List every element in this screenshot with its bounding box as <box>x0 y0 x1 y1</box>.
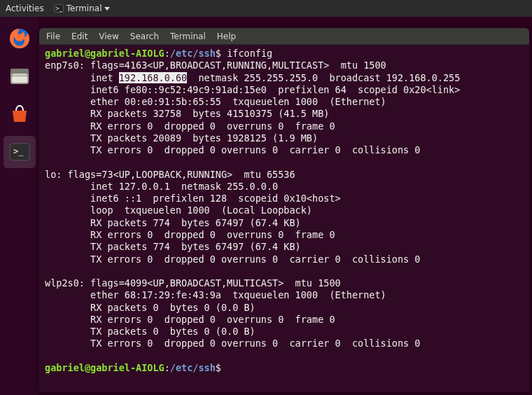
terminal-icon: >_ <box>54 4 64 13</box>
prompt-userhost: gabriel@gabriel-AIOLG <box>45 362 164 373</box>
blank-line <box>45 265 524 277</box>
output-line: TX packets 20089 bytes 1928125 (1.9 MB) <box>45 132 524 144</box>
menu-help[interactable]: Help <box>217 32 236 41</box>
prompt-colon: : <box>164 362 170 373</box>
menu-edit[interactable]: Edit <box>71 32 88 41</box>
output-line: TX packets 774 bytes 67497 (67.4 KB) <box>45 241 524 253</box>
output-line: wlp2s0: flags=4099<UP,BROADCAST,MULTICAS… <box>45 277 524 289</box>
prompt-path: /etc/ssh <box>170 48 216 59</box>
launcher-files[interactable] <box>4 60 36 92</box>
app-menu-label: Terminal <box>66 4 102 13</box>
output-line: loop txqueuelen 1000 (Local Loopback) <box>45 205 524 216</box>
svg-rect-2 <box>10 69 29 74</box>
svg-text:>_: >_ <box>13 146 24 156</box>
activities-button[interactable]: Activities <box>6 4 44 13</box>
output-line: ether 68:17:29:fe:43:9a txqueuelen 1000 … <box>45 289 524 301</box>
selected-ip: 192.168.0.60 <box>119 72 188 83</box>
terminal-output[interactable]: gabriel@gabriel-AIOLG:/etc/ssh$ ifconfig… <box>39 45 529 392</box>
output-line: RX errors 0 dropped 0 overruns 0 frame 0 <box>45 120 524 132</box>
terminal-menubar: File Edit View Search Terminal Help <box>39 28 529 45</box>
output-line: TX errors 0 dropped 0 overruns 0 carrier… <box>45 254 524 265</box>
chevron-down-icon <box>104 7 110 11</box>
menu-search[interactable]: Search <box>130 32 159 41</box>
shopping-bag-icon <box>8 102 31 126</box>
blank-line <box>45 156 524 168</box>
output-line: inet6 ::1 prefixlen 128 scopeid 0x10<hos… <box>45 193 524 205</box>
output-line: lo: flags=73<UP,LOOPBACK,RUNNING> mtu 65… <box>45 169 524 181</box>
menu-terminal[interactable]: Terminal <box>170 32 206 41</box>
output-line: inet 127.0.0.1 netmask 255.0.0.0 <box>45 181 524 193</box>
files-icon <box>8 64 31 88</box>
prompt-dollar: $ <box>216 48 221 59</box>
prompt-userhost: gabriel@gabriel-AIOLG <box>45 48 164 59</box>
app-menu[interactable]: >_ Terminal <box>54 4 111 13</box>
output-line: RX packets 0 bytes 0 (0.0 B) <box>45 302 524 314</box>
output-line: TX errors 0 dropped 0 overruns 0 carrier… <box>45 338 524 349</box>
output-line: TX errors 0 dropped 0 overruns 0 carrier… <box>45 144 524 156</box>
output-line: TX packets 0 bytes 0 (0.0 B) <box>45 326 524 338</box>
output-line: ether 00:e0:91:5b:65:55 txqueuelen 1000 … <box>45 96 524 108</box>
blank-line <box>45 350 524 362</box>
output-line: RX packets 774 bytes 67497 (67.4 KB) <box>45 217 524 229</box>
prompt-colon: : <box>164 48 170 59</box>
svg-rect-4 <box>12 76 27 83</box>
launcher-software[interactable] <box>4 98 36 130</box>
terminal-icon: >_ <box>8 140 31 164</box>
output-line: enp7s0: flags=4163<UP,BROADCAST,RUNNING,… <box>45 60 524 71</box>
output-line: RX packets 32758 bytes 41510375 (41.5 MB… <box>45 108 524 120</box>
output-line: RX errors 0 dropped 0 overruns 0 frame 0 <box>45 229 524 241</box>
menu-file[interactable]: File <box>46 32 60 41</box>
gnome-topbar: Activities >_ Terminal <box>0 0 532 17</box>
launcher-terminal[interactable]: >_ <box>4 136 36 168</box>
prompt-dollar: $ <box>216 362 221 373</box>
menu-view[interactable]: View <box>99 32 118 41</box>
output-text: inet <box>45 72 119 83</box>
output-line: inet 192.168.0.60 netmask 255.255.255.0 … <box>45 72 524 84</box>
launcher-dock: >_ <box>0 17 39 395</box>
output-line: inet6 fe80::9c52:49c9:91ad:15e0 prefixle… <box>45 84 524 96</box>
firefox-icon <box>8 27 31 50</box>
svg-rect-3 <box>13 74 27 76</box>
launcher-firefox[interactable] <box>4 22 36 55</box>
terminal-window: File Edit View Search Terminal Help gabr… <box>39 28 529 392</box>
output-line: RX errors 0 dropped 0 overruns 0 frame 0 <box>45 314 524 326</box>
prompt-path: /etc/ssh <box>170 362 216 373</box>
output-text: netmask 255.255.255.0 broadcast 192.168.… <box>187 72 460 83</box>
command-text: ifconfig <box>227 48 272 59</box>
